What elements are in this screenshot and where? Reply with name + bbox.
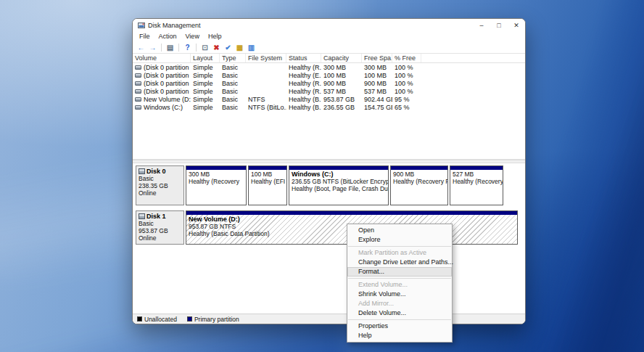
partition-line: Healthy (Recovery	[189, 178, 244, 185]
partition-title: New Volume (D:)	[189, 216, 515, 223]
column-header[interactable]: % Free	[392, 54, 421, 62]
cell: 100 MB	[362, 72, 392, 79]
disk-name-label: Disk 0	[146, 168, 166, 175]
forward-icon[interactable]: →	[147, 42, 158, 52]
partition-label: 900 MBHealthy (Recovery Part	[391, 170, 447, 186]
cell: Basic	[220, 72, 246, 79]
partition[interactable]: 300 MBHealthy (Recovery	[186, 165, 247, 205]
context-menu-item-delete-volume[interactable]: Delete Volume...	[347, 308, 452, 318]
disk-info-panel[interactable]: Disk 0Basic238.35 GBOnline	[136, 165, 184, 205]
cell: (Disk 0 partition 6)	[133, 88, 191, 95]
context-menu-item-extend-volume[interactable]: Extend Volume...	[347, 280, 452, 290]
disk-row-disk-1: Disk 1Basic953.87 GBOnlineNew Volume (D:…	[136, 210, 522, 245]
cell: 100 MB	[321, 72, 362, 79]
cell: 95 %	[392, 96, 421, 103]
cell: Healthy (R...	[286, 88, 321, 95]
disk-name: Disk 0	[139, 168, 181, 175]
table-row[interactable]: New Volume (D:)SimpleBasicNTFSHealthy (B…	[133, 95, 525, 103]
menu-help[interactable]: Help	[204, 33, 226, 40]
table-row[interactable]: (Disk 0 partition 2)SimpleBasicHealthy (…	[133, 71, 525, 79]
partition-label: 100 MBHealthy (EFI Sy	[249, 170, 286, 186]
delete-volume-icon[interactable]: ✖	[211, 42, 222, 52]
context-menu-item-add-mirror[interactable]: Add Mirror...	[347, 299, 452, 308]
disk-size: 238.35 GB	[139, 182, 181, 189]
column-header[interactable]: Type	[220, 54, 246, 62]
volume-name: (Disk 0 partition 2)	[144, 72, 191, 79]
disk-name: Disk 1	[139, 213, 181, 220]
cell: 154.75 GB	[362, 104, 392, 111]
cell: Healthy (R...	[286, 64, 321, 71]
disk-info-panel[interactable]: Disk 1Basic953.87 GBOnline	[136, 210, 184, 245]
cell: Simple	[191, 88, 220, 95]
back-icon[interactable]: ←	[136, 42, 146, 52]
cell: (Disk 0 partition 2)	[133, 72, 191, 79]
table-row[interactable]: (Disk 0 partition 5)SimpleBasicHealthy (…	[133, 79, 525, 87]
volume-list-pane: VolumeLayoutTypeFile SystemStatusCapacit…	[133, 54, 525, 160]
context-menu-item-properties[interactable]: Properties	[347, 322, 452, 331]
column-header[interactable]: Status	[286, 54, 321, 62]
partition-line: 900 MB	[393, 171, 445, 178]
disk-management-window: Disk Management – □ ✕ FileActionViewHelp…	[132, 18, 526, 324]
legend-item: Primary partition	[187, 316, 239, 323]
view-alt-icon[interactable]: ▥	[246, 42, 257, 52]
column-header[interactable]: Capacity	[321, 54, 362, 62]
view-icon[interactable]: ▦	[234, 42, 245, 52]
console-tree-icon[interactable]: ▤	[165, 42, 176, 52]
context-menu: OpenExploreMark Partition as ActiveChang…	[347, 224, 453, 343]
partition[interactable]: 900 MBHealthy (Recovery Part	[390, 165, 448, 205]
context-menu-item-shrink-volume[interactable]: Shrink Volume...	[347, 290, 452, 299]
column-header[interactable]: Free Spa...	[362, 54, 392, 62]
cell: Basic	[220, 104, 246, 111]
context-menu-item-help[interactable]: Help	[347, 331, 452, 340]
cell: Simple	[191, 64, 220, 71]
partition[interactable]: 527 MBHealthy (Recovery Pa	[450, 165, 503, 205]
cell: Simple	[191, 72, 220, 79]
cell: (Disk 0 partition 1)	[133, 64, 191, 71]
partition-line: Healthy (EFI Sy	[251, 178, 284, 185]
disk-size: 953.87 GB	[139, 227, 181, 234]
table-row[interactable]: (Disk 0 partition 1)SimpleBasicHealthy (…	[133, 63, 525, 71]
cell: 953.87 GB	[321, 96, 362, 103]
toolbar-separator	[196, 44, 197, 52]
help-icon[interactable]: ?	[182, 42, 193, 52]
column-header[interactable]: File System	[246, 54, 286, 62]
partition[interactable]: Windows (C:)236.55 GB NTFS (BitLocker En…	[289, 165, 389, 205]
volume-icon	[135, 89, 141, 94]
context-menu-item-change-drive-letter-and-paths[interactable]: Change Drive Letter and Paths...	[347, 258, 452, 267]
volume-name: (Disk 0 partition 6)	[144, 88, 191, 95]
legend-bar: UnallocatedPrimary partition	[133, 314, 525, 324]
menu-view[interactable]: View	[181, 33, 204, 40]
cell: Healthy (E...	[286, 72, 321, 79]
context-menu-item-open[interactable]: Open	[347, 226, 452, 235]
toolbar-separator	[178, 44, 179, 52]
partitions: 300 MBHealthy (Recovery100 MBHealthy (EF…	[186, 165, 522, 205]
maximize-button[interactable]: □	[490, 19, 508, 31]
menu-bar: FileActionViewHelp	[133, 31, 525, 41]
context-menu-item-explore[interactable]: Explore	[347, 235, 452, 245]
column-header[interactable]: Layout	[191, 54, 220, 62]
menu-separator	[348, 319, 451, 320]
volume-list-body: (Disk 0 partition 1)SimpleBasicHealthy (…	[133, 63, 525, 111]
legend-swatch	[187, 316, 192, 322]
close-button[interactable]: ✕	[508, 19, 525, 31]
context-menu-item-format[interactable]: Format...	[347, 267, 452, 277]
menu-file[interactable]: File	[135, 33, 154, 40]
open-icon[interactable]: ⊡	[199, 42, 210, 52]
volume-icon	[135, 73, 141, 78]
cell: New Volume (D:)	[133, 96, 191, 103]
cell: 65 %	[392, 104, 421, 111]
menu-action[interactable]: Action	[154, 33, 181, 40]
disk-row-disk-0: Disk 0Basic238.35 GBOnline300 MBHealthy …	[136, 165, 522, 205]
minimize-button[interactable]: –	[473, 19, 490, 31]
partition[interactable]: 100 MBHealthy (EFI Sy	[248, 165, 287, 205]
cell: 900 MB	[321, 80, 362, 87]
cell: 100 %	[392, 64, 421, 71]
table-row[interactable]: (Disk 0 partition 6)SimpleBasicHealthy (…	[133, 87, 525, 95]
column-header[interactable]: Volume	[133, 54, 191, 62]
title-bar[interactable]: Disk Management – □ ✕	[133, 19, 525, 31]
cell: 300 MB	[321, 64, 362, 71]
table-row[interactable]: Windows (C:)SimpleBasicNTFS (BitLo...Hea…	[133, 103, 525, 111]
context-menu-item-mark-partition-as-active[interactable]: Mark Partition as Active	[347, 248, 452, 258]
mark-active-icon[interactable]: ✔	[223, 42, 234, 52]
cell: 100 %	[392, 88, 421, 95]
